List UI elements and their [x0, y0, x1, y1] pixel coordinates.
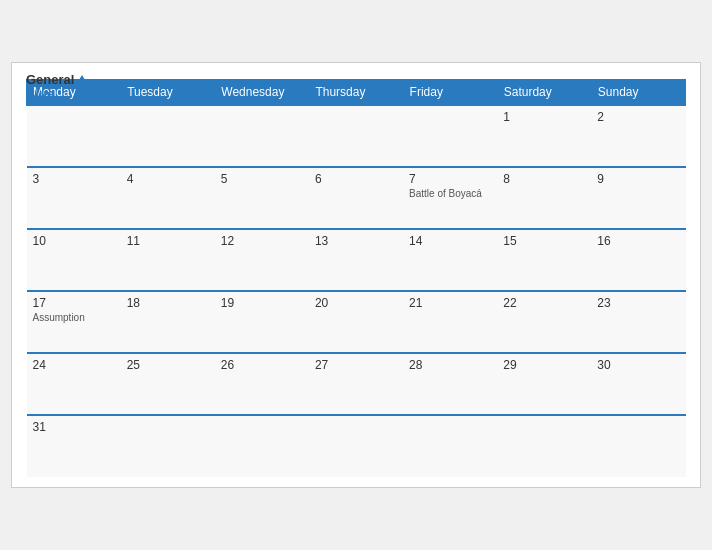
day-cell: [403, 105, 497, 167]
day-header-wednesday: Wednesday: [215, 80, 309, 106]
logo-triangle-icon: [76, 75, 88, 85]
day-cell: 12: [215, 229, 309, 291]
day-cell: 13: [309, 229, 403, 291]
day-number: 24: [33, 358, 115, 372]
day-number: 31: [33, 420, 115, 434]
day-cell: [121, 415, 215, 477]
day-cell: 19: [215, 291, 309, 353]
days-header-row: MondayTuesdayWednesdayThursdayFridaySatu…: [27, 80, 686, 106]
day-cell: 10: [27, 229, 121, 291]
day-cell: [497, 415, 591, 477]
day-cell: 18: [121, 291, 215, 353]
day-event: Battle of Boyacá: [409, 188, 491, 199]
day-number: 23: [597, 296, 679, 310]
day-cell: 30: [591, 353, 685, 415]
logo-blue-text: Blue: [26, 87, 88, 100]
day-number: 16: [597, 234, 679, 248]
day-number: 11: [127, 234, 209, 248]
day-cell: 14: [403, 229, 497, 291]
day-cell: 28: [403, 353, 497, 415]
day-number: 21: [409, 296, 491, 310]
day-cell: 3: [27, 167, 121, 229]
day-number: 26: [221, 358, 303, 372]
week-row-2: 10111213141516: [27, 229, 686, 291]
day-cell: 11: [121, 229, 215, 291]
day-header-tuesday: Tuesday: [121, 80, 215, 106]
day-number: 25: [127, 358, 209, 372]
week-row-1: 34567Battle of Boyacá89: [27, 167, 686, 229]
day-cell: [591, 415, 685, 477]
day-number: 14: [409, 234, 491, 248]
day-cell: 20: [309, 291, 403, 353]
day-cell: 21: [403, 291, 497, 353]
day-cell: 31: [27, 415, 121, 477]
day-cell: 24: [27, 353, 121, 415]
day-cell: [215, 105, 309, 167]
day-event: Assumption: [33, 312, 115, 323]
day-number: 29: [503, 358, 585, 372]
day-number: 20: [315, 296, 397, 310]
day-cell: [309, 415, 403, 477]
day-number: 7: [409, 172, 491, 186]
week-row-4: 24252627282930: [27, 353, 686, 415]
day-number: 22: [503, 296, 585, 310]
calendar-body: 1234567Battle of Boyacá89101112131415161…: [27, 105, 686, 477]
day-header-thursday: Thursday: [309, 80, 403, 106]
day-cell: [121, 105, 215, 167]
day-cell: 23: [591, 291, 685, 353]
day-number: 10: [33, 234, 115, 248]
day-number: 17: [33, 296, 115, 310]
day-number: 9: [597, 172, 679, 186]
day-cell: [403, 415, 497, 477]
day-header-saturday: Saturday: [497, 80, 591, 106]
day-header-friday: Friday: [403, 80, 497, 106]
day-number: 13: [315, 234, 397, 248]
day-cell: 15: [497, 229, 591, 291]
day-cell: 2: [591, 105, 685, 167]
day-cell: 26: [215, 353, 309, 415]
week-row-3: 17Assumption181920212223: [27, 291, 686, 353]
day-number: 15: [503, 234, 585, 248]
day-cell: 8: [497, 167, 591, 229]
day-header-sunday: Sunday: [591, 80, 685, 106]
day-cell: 4: [121, 167, 215, 229]
calendar: General Blue MondayTuesdayWednesdayThurs…: [11, 62, 701, 488]
day-cell: 16: [591, 229, 685, 291]
calendar-grid: MondayTuesdayWednesdayThursdayFridaySatu…: [26, 79, 686, 477]
day-cell: 1: [497, 105, 591, 167]
logo: General Blue: [26, 73, 88, 100]
day-number: 1: [503, 110, 585, 124]
day-number: 18: [127, 296, 209, 310]
day-cell: 9: [591, 167, 685, 229]
day-cell: 5: [215, 167, 309, 229]
day-cell: [309, 105, 403, 167]
day-cell: 29: [497, 353, 591, 415]
day-cell: 25: [121, 353, 215, 415]
logo-general-text: General: [26, 73, 88, 87]
day-number: 12: [221, 234, 303, 248]
week-row-5: 31: [27, 415, 686, 477]
day-cell: 17Assumption: [27, 291, 121, 353]
day-number: 6: [315, 172, 397, 186]
day-number: 3: [33, 172, 115, 186]
day-cell: 22: [497, 291, 591, 353]
day-number: 27: [315, 358, 397, 372]
day-cell: [27, 105, 121, 167]
day-cell: 27: [309, 353, 403, 415]
day-number: 30: [597, 358, 679, 372]
day-number: 28: [409, 358, 491, 372]
day-cell: [215, 415, 309, 477]
day-number: 4: [127, 172, 209, 186]
day-cell: 6: [309, 167, 403, 229]
week-row-0: 12: [27, 105, 686, 167]
day-number: 19: [221, 296, 303, 310]
day-number: 5: [221, 172, 303, 186]
day-number: 8: [503, 172, 585, 186]
day-cell: 7Battle of Boyacá: [403, 167, 497, 229]
day-number: 2: [597, 110, 679, 124]
